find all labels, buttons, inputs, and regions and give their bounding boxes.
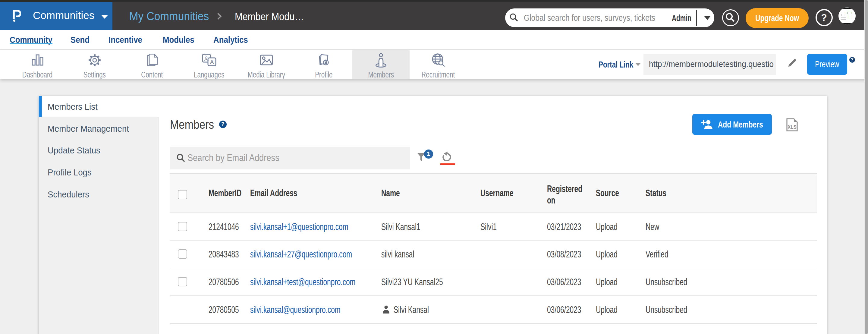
svg-text:XLS: XLS [788, 124, 797, 130]
svg-text:A: A [210, 59, 214, 65]
svg-text:文: 文 [204, 56, 209, 61]
